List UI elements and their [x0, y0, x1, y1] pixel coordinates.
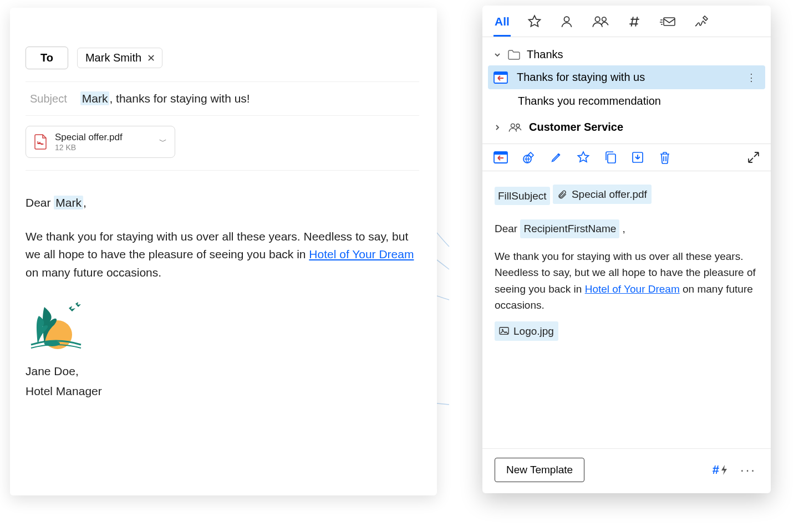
svg-point-9 — [516, 124, 520, 127]
subject-input[interactable]: Mark, thanks for staying with us! — [80, 92, 250, 105]
signature-icon — [694, 15, 709, 28]
svg-rect-11 — [494, 152, 507, 155]
svg-rect-13 — [608, 154, 615, 163]
recipient-name: Mark Smith — [85, 52, 141, 64]
new-template-button[interactable]: New Template — [495, 458, 584, 482]
fillsubject-tag: FillSubject — [495, 187, 550, 205]
panel-tabs: All — [482, 6, 771, 37]
subject-highlight: Mark — [80, 91, 110, 105]
bolt-icon — [720, 464, 728, 475]
kebab-menu-icon[interactable]: ⋮ — [746, 71, 757, 84]
preview-hotel-link[interactable]: Hotel of Your Dream — [585, 283, 680, 295]
edit-html-icon[interactable] — [522, 151, 536, 164]
to-button[interactable]: To — [26, 47, 68, 69]
people-icon — [592, 14, 609, 29]
signature-logo — [26, 297, 419, 358]
divider — [26, 170, 419, 171]
subject-label: Subject — [30, 93, 67, 105]
preview-logo: Logo.jpg — [495, 321, 558, 341]
tab-sign[interactable] — [694, 15, 709, 36]
attachment-card[interactable]: Special offer.pdf 12 KB ﹀ — [26, 126, 175, 158]
folder-thanks[interactable]: Thanks — [488, 44, 765, 65]
person-icon — [559, 14, 574, 29]
insert-icon[interactable] — [493, 151, 508, 163]
star-icon — [527, 14, 542, 29]
tab-team[interactable] — [592, 14, 609, 37]
remove-recipient-icon[interactable]: ✕ — [147, 52, 155, 64]
more-menu-icon[interactable]: ··· — [738, 462, 759, 478]
preview-attachment: Special offer.pdf — [553, 185, 652, 204]
preview-toolbar — [482, 144, 771, 171]
pdf-icon — [34, 134, 47, 150]
svg-point-3 — [595, 17, 600, 22]
template-preview: FillSubject Special offer.pdf Dear Recip… — [482, 171, 771, 350]
body-paragraph: We thank you for staying with us over al… — [26, 228, 419, 282]
mail-send-icon — [659, 15, 676, 28]
expand-icon[interactable] — [747, 151, 760, 163]
delete-icon[interactable] — [659, 151, 671, 164]
folder-icon — [508, 50, 520, 60]
svg-point-4 — [602, 17, 606, 21]
compose-pane: To Mark Smith ✕ Subject Mark, thanks for… — [10, 8, 437, 495]
template-tree: Thanks Thanks for staying with us ⋮ Than… — [482, 37, 771, 144]
svg-rect-7 — [494, 72, 507, 75]
hotel-link[interactable]: Hotel of Your Dream — [309, 248, 414, 260]
preview-body: We thank you for staying with us over al… — [495, 248, 759, 314]
signature-name: Jane Doe, — [26, 362, 419, 381]
insert-template-icon — [493, 71, 508, 84]
folder-customer-service[interactable]: Customer Service — [488, 116, 765, 138]
edit-icon[interactable] — [550, 151, 562, 163]
image-icon — [499, 326, 509, 335]
template-thanks-recommendation[interactable]: Thanks you recommendation — [488, 89, 765, 113]
svg-point-2 — [564, 17, 569, 22]
chevron-right-icon — [493, 124, 501, 131]
recipient-firstname-tag: RecipientFirstName — [520, 219, 619, 238]
tab-send[interactable] — [659, 15, 676, 36]
svg-point-8 — [511, 124, 515, 127]
people-icon — [508, 122, 522, 133]
greeting: Dear Mark, — [26, 194, 419, 212]
svg-rect-5 — [664, 18, 675, 25]
hash-bolt-button[interactable]: # — [713, 463, 728, 477]
tab-favorites[interactable] — [527, 14, 542, 37]
hash-icon — [627, 14, 642, 29]
template-thanks-staying[interactable]: Thanks for staying with us ⋮ — [488, 65, 765, 89]
svg-point-1 — [44, 341, 60, 346]
attachment-size: 12 KB — [55, 143, 123, 152]
tab-personal[interactable] — [559, 14, 574, 37]
template-panel: All Thanks — [482, 6, 771, 493]
attachment-name: Special offer.pdf — [55, 132, 123, 143]
paperclip-icon — [557, 190, 567, 200]
chevron-down-icon — [493, 51, 501, 59]
chevron-down-icon[interactable]: ﹀ — [159, 137, 167, 147]
panel-footer: New Template # ··· — [482, 448, 771, 493]
favorite-icon[interactable] — [577, 151, 590, 164]
signature-title: Hotel Manager — [26, 382, 419, 401]
preview-greeting: Dear RecipientFirstName , — [495, 219, 759, 238]
email-body[interactable]: Dear Mark, We thank you for staying with… — [26, 194, 419, 401]
recipient-chip[interactable]: Mark Smith ✕ — [77, 48, 162, 68]
copy-icon[interactable] — [604, 151, 617, 164]
tab-all[interactable]: All — [495, 15, 510, 36]
import-icon[interactable] — [631, 151, 644, 164]
tab-hash[interactable] — [627, 14, 642, 37]
